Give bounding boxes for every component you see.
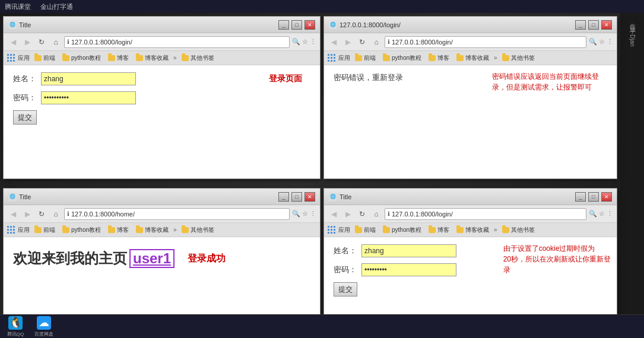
bookmark-blog-1[interactable]: 博客 [106,53,131,63]
close-btn-3[interactable]: ✕ [304,192,315,202]
bookmark-more-2[interactable]: » [494,55,497,61]
bookmark-blog-2[interactable]: 博客 [426,53,452,63]
back-btn-1[interactable]: ◀ [7,36,19,48]
favicon-3: 🌐 [8,193,17,201]
submit-btn-4[interactable]: 提交 [334,282,357,296]
address-input-1[interactable]: ℹ 127.0.0.1:8000/login/ [64,36,290,48]
minimize-btn-1[interactable]: _ [278,20,289,30]
bookmark-star-3[interactable]: ☆ [302,210,308,218]
minimize-btn-3[interactable]: _ [278,192,289,202]
bookmark-other-3[interactable]: 其他书签 [179,225,217,235]
bookmark-blogcollect-1[interactable]: 博客收藏 [134,53,171,63]
back-btn-2[interactable]: ◀ [328,36,340,48]
folder-icon-3 [108,55,115,61]
close-btn-4[interactable]: ✕ [601,192,612,202]
refresh-btn-3[interactable]: ↻ [36,208,47,220]
menu-btn-1[interactable]: ⋮ [310,38,316,46]
bookmark-blog-3[interactable]: 博客 [106,225,131,235]
refresh-btn-1[interactable]: ↻ [36,36,47,48]
apps-icon-1[interactable]: 应用 [7,54,30,62]
bookmark-blog-4[interactable]: 博客 [426,225,452,235]
menu-btn-3[interactable]: ⋮ [310,210,316,218]
minimize-btn-2[interactable]: _ [575,20,586,30]
bookmark-blogcollect-4[interactable]: 博客收藏 [454,225,491,235]
folder-icon-16 [355,227,362,233]
refresh-btn-2[interactable]: ↻ [356,36,368,48]
close-btn-1[interactable]: ✕ [304,20,315,30]
title-bar-2: 🌐 127.0.0.1:8000/login/ _ □ ✕ [324,17,617,33]
taskbar-top-item-1[interactable]: 腾讯课堂 [5,2,31,11]
forward-btn-3[interactable]: ▶ [21,208,33,220]
lock-icon-3: ℹ [67,211,69,217]
bookmark-more-4[interactable]: » [494,227,497,233]
back-btn-4[interactable]: ◀ [328,208,340,220]
search-icon-4[interactable]: 🔍 [589,210,597,218]
address-bar-2: ◀ ▶ ↻ ⌂ ℹ 127.0.0.1:8000/login/ 🔍 ☆ ⋮ [324,33,617,51]
bookmark-star-1[interactable]: ☆ [302,38,308,46]
bookmark-blogcollect-3[interactable]: 博客收藏 [134,225,171,235]
right-panel: 作 业 平 。 Djan [620,13,644,314]
bookmark-more-1[interactable]: » [173,55,177,61]
address-bar-4: ◀ ▶ ↻ ⌂ ℹ 127.0.0.1:8000/login/ 🔍 ☆ ⋮ [324,205,617,223]
back-btn-3[interactable]: ◀ [7,208,19,220]
maximize-btn-1[interactable]: □ [291,20,302,30]
folder-icon-12 [62,227,69,233]
maximize-btn-4[interactable]: □ [588,192,599,202]
search-icon-2[interactable]: 🔍 [589,38,597,46]
lock-icon-1: ℹ [67,39,69,45]
bookmark-star-2[interactable]: ☆ [599,38,605,46]
folder-icon-11 [34,227,42,233]
refresh-btn-4[interactable]: ↻ [356,208,368,220]
taskbar-qq[interactable]: 🐧 腾讯QQ [5,316,26,337]
minimize-btn-4[interactable]: _ [575,192,586,202]
bookmark-python-2[interactable]: python教程 [380,53,424,63]
name-label-4: 姓名： [334,245,357,256]
forward-btn-4[interactable]: ▶ [342,208,354,220]
name-input-4[interactable] [361,244,456,257]
bookmark-python-4[interactable]: python教程 [380,225,424,235]
taskbar-top-item-2[interactable]: 金山打字通 [40,2,73,11]
search-icon-1[interactable]: 🔍 [292,38,300,46]
address-input-2[interactable]: ℹ 127.0.0.1:8000/login/ [385,36,586,48]
home-btn-1[interactable]: ⌂ [50,36,62,48]
apps-icon-4[interactable]: 应用 [328,226,350,234]
bookmark-other-1[interactable]: 其他书签 [179,53,217,63]
bookmark-frontend-2[interactable]: 前端 [353,53,378,63]
bookmark-star-4[interactable]: ☆ [599,210,605,218]
submit-row-1: 提交 [13,110,310,125]
address-input-3[interactable]: ℹ 127.0.0.1:8000/home/ [64,208,290,220]
bookmark-python-3[interactable]: python教程 [60,225,103,235]
lock-icon-4: ℹ [388,211,390,217]
menu-btn-2[interactable]: ⋮ [607,38,613,46]
home-btn-2[interactable]: ⌂ [370,36,382,48]
bookmark-frontend-1[interactable]: 前端 [32,53,58,63]
bookmark-blogcollect-2[interactable]: 博客收藏 [454,53,491,63]
bookmark-frontend-4[interactable]: 前端 [353,225,378,235]
apps-icon-2[interactable]: 应用 [328,54,350,62]
bookmark-more-3[interactable]: » [173,227,177,233]
apps-icon-3[interactable]: 应用 [7,226,30,234]
tab-title-3: Title [19,193,31,200]
bookmark-python-1[interactable]: python教程 [60,53,103,63]
name-input-1[interactable] [41,72,136,85]
home-btn-4[interactable]: ⌂ [370,208,382,220]
password-input-1[interactable] [41,91,136,104]
forward-btn-2[interactable]: ▶ [342,36,354,48]
address-input-4[interactable]: ℹ 127.0.0.1:8000/login/ [385,208,586,220]
close-btn-2[interactable]: ✕ [601,20,612,30]
menu-btn-4[interactable]: ⋮ [607,210,613,218]
maximize-btn-2[interactable]: □ [588,20,599,30]
browser-window-2: 🌐 127.0.0.1:8000/login/ _ □ ✕ ◀ ▶ ↻ ⌂ ℹ … [323,16,617,179]
right-panel-text-4: 。 [628,26,636,32]
bookmark-frontend-3[interactable]: 前端 [32,225,58,235]
forward-btn-1[interactable]: ▶ [21,36,33,48]
submit-btn-1[interactable]: 提交 [13,110,37,125]
bookmark-other-2[interactable]: 其他书签 [500,53,537,63]
search-icon-3[interactable]: 🔍 [292,210,300,218]
home-btn-3[interactable]: ⌂ [50,208,62,220]
maximize-btn-3[interactable]: □ [291,192,302,202]
address-text-1: 127.0.0.1:8000/login/ [71,39,132,46]
taskbar-baidu[interactable]: ☁ 百度网盘 [33,316,55,337]
password-input-4[interactable] [361,263,456,276]
bookmark-other-4[interactable]: 其他书签 [500,225,537,235]
